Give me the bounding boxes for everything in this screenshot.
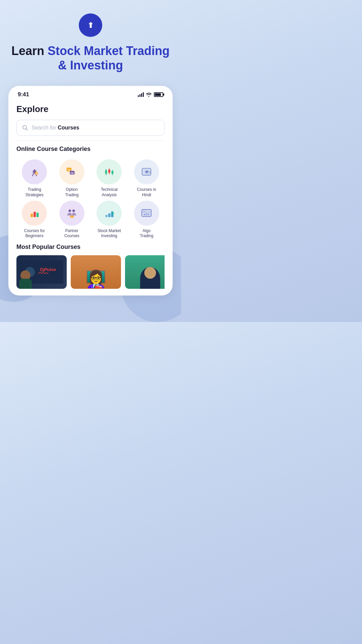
courses-beginners-icon-bg — [22, 201, 47, 226]
app-logo: ⬆ — [79, 13, 102, 37]
svg-rect-30 — [105, 215, 108, 217]
svg-point-4 — [34, 170, 35, 172]
svg-rect-10 — [105, 170, 107, 174]
algo-trading-icon-bg: </> — [134, 201, 159, 226]
svg-rect-25 — [36, 213, 39, 217]
course-card-2[interactable] — [71, 255, 121, 289]
category-item-option-trading[interactable]: CE PE OptionTrading — [54, 159, 90, 198]
search-bar[interactable]: Search for Courses — [16, 120, 165, 136]
page-headline: Learn Stock Market Trading & Investing — [10, 44, 171, 72]
category-item-technical-analysis[interactable]: TechnicalAnalysis — [91, 159, 127, 198]
explore-title: Explore — [16, 104, 165, 114]
svg-text:अ: अ — [148, 170, 151, 174]
phone-card: 9:41 Explore Search for C — [8, 86, 173, 295]
trading-strategies-icon — [28, 166, 41, 178]
category-item-stock-market[interactable]: Stock MarketInvesting — [91, 201, 127, 239]
search-placeholder: Search for Courses — [32, 125, 79, 131]
course-card-3[interactable] — [125, 255, 165, 289]
svg-point-36 — [143, 211, 144, 212]
svg-text:PE: PE — [71, 172, 74, 174]
courses-beginners-label: Courses forBeginners — [24, 228, 45, 239]
svg-rect-23 — [31, 214, 33, 217]
courses-beginners-icon — [28, 207, 41, 219]
page-content: Explore Search for Courses Online Course… — [8, 101, 173, 288]
svg-rect-13 — [108, 169, 110, 173]
svg-rect-31 — [108, 213, 111, 217]
svg-text:क: क — [145, 170, 148, 174]
stock-market-icon — [103, 207, 116, 219]
status-bar: 9:41 — [8, 86, 173, 101]
category-item-partner-courses[interactable]: PartnerCourses — [54, 201, 90, 239]
popular-courses-list: Di Pulse — [16, 255, 165, 289]
course-card-dipulse[interactable]: Di Pulse — [16, 255, 67, 289]
stock-market-label: Stock MarketInvesting — [98, 228, 121, 239]
headline-colored: Stock Market Trading & Investing — [48, 44, 170, 72]
option-trading-icon-bg: CE PE — [59, 159, 84, 184]
categories-section-title: Online Course Categories — [16, 146, 165, 153]
svg-text:Pulse: Pulse — [44, 267, 56, 272]
technical-analysis-icon — [103, 166, 116, 178]
signal-icon — [138, 92, 144, 97]
stock-market-icon-bg — [97, 201, 122, 226]
headline-plain: Learn — [11, 44, 48, 58]
algo-trading-label: AlgoTrading — [140, 228, 153, 239]
logo-icon: ⬆ — [84, 19, 97, 32]
svg-point-27 — [72, 210, 75, 212]
option-trading-label: OptionTrading — [65, 187, 78, 198]
technical-analysis-label: TechnicalAnalysis — [101, 187, 118, 198]
category-item-trading-strategies[interactable]: TradingStrategies — [16, 159, 53, 198]
svg-point-37 — [145, 211, 146, 212]
divider — [16, 141, 165, 141]
trading-strategies-label: TradingStrategies — [25, 187, 44, 198]
courses-hindi-icon-bg: क अ — [134, 159, 159, 184]
svg-line-2 — [26, 129, 28, 130]
courses-hindi-icon: क अ — [140, 166, 153, 178]
battery-icon — [154, 92, 163, 97]
option-trading-icon: CE PE — [65, 166, 78, 178]
svg-rect-16 — [111, 171, 113, 174]
status-time: 9:41 — [18, 91, 29, 98]
category-grid: TradingStrategies CE PE OptionTrading — [16, 159, 165, 238]
partner-courses-icon — [65, 207, 78, 219]
popular-section: Most Popular Courses Di Pulse — [16, 244, 165, 289]
wifi-icon — [146, 92, 152, 97]
svg-point-26 — [69, 210, 71, 212]
svg-text:⬆: ⬆ — [87, 21, 94, 30]
technical-analysis-icon-bg — [97, 159, 122, 184]
svg-text:</>: </> — [144, 212, 149, 216]
partner-courses-icon-bg — [59, 201, 84, 226]
header-area: ⬆ Learn Stock Market Trading & Investing — [0, 0, 181, 79]
svg-text:Di: Di — [40, 267, 44, 272]
status-icons — [138, 92, 163, 97]
trading-strategies-icon-bg — [22, 159, 47, 184]
svg-text:CE: CE — [68, 169, 71, 171]
category-item-algo-trading[interactable]: </> AlgoTrading — [129, 201, 165, 239]
courses-hindi-label: Courses inHindi — [137, 187, 156, 198]
svg-rect-24 — [34, 212, 36, 217]
search-icon — [22, 125, 28, 131]
partner-courses-label: PartnerCourses — [64, 228, 79, 239]
popular-section-title: Most Popular Courses — [16, 244, 165, 251]
category-item-courses-hindi[interactable]: क अ Courses inHindi — [129, 159, 165, 198]
category-item-courses-beginners[interactable]: Courses forBeginners — [16, 201, 53, 239]
algo-trading-icon: </> — [140, 207, 153, 219]
